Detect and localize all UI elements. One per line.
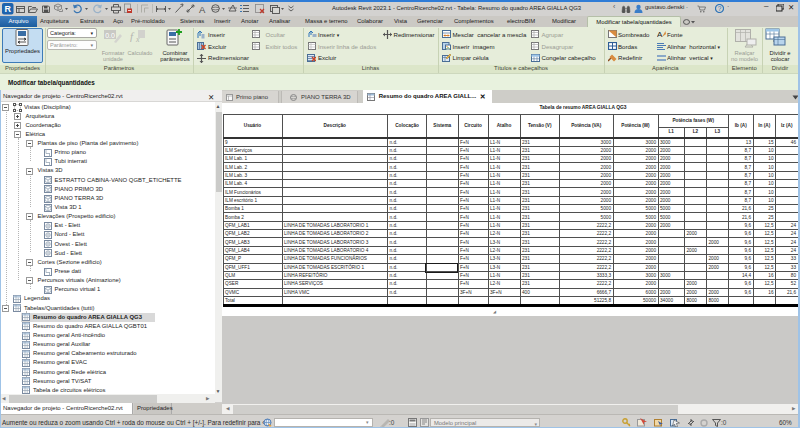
svg-text:0.0: 0.0 (105, 31, 115, 38)
svg-text:f: f (130, 30, 135, 42)
svg-text:A: A (199, 4, 206, 15)
svg-text:R: R (5, 4, 12, 14)
svg-text:A: A (657, 30, 663, 38)
svg-text:?: ? (718, 5, 722, 12)
